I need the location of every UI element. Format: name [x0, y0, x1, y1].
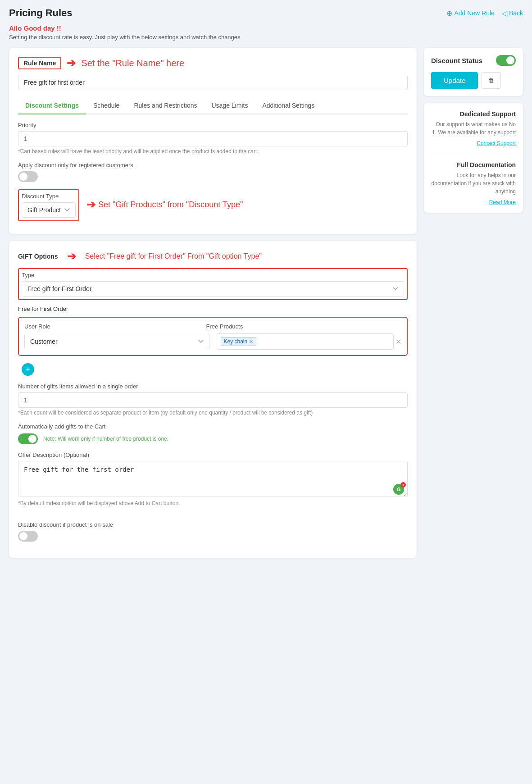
rule-name-card: Rule Name ➔ Set the "Rule Name" here Dis…: [9, 48, 417, 234]
type-box: Type Free gift for First Order Any Order…: [18, 268, 408, 300]
discount-type-arrow: ➔: [86, 198, 95, 211]
user-role-header: User Role: [24, 323, 199, 330]
priority-input[interactable]: [18, 131, 408, 146]
back-button[interactable]: ◁ Back: [502, 9, 523, 18]
priority-label: Priority: [18, 122, 408, 128]
disable-sale-label: Disable discount if product is on sale: [18, 521, 408, 528]
gift-options-arrow: ➔: [67, 250, 76, 263]
back-circle-icon: ◁: [502, 9, 507, 18]
offer-desc-note: *By default mdescription will be display…: [18, 500, 408, 506]
delete-button[interactable]: 🗑: [482, 72, 501, 89]
tab-discount-settings[interactable]: Discount Settings: [18, 97, 86, 114]
dedicated-support-text: Our support is what makes us No 1. We ar…: [431, 120, 516, 137]
rule-name-instruction: Set the "Rule Name" here: [81, 58, 184, 68]
priority-note: *Cart based rules will have the least pr…: [18, 148, 408, 155]
read-more-link[interactable]: Read More: [489, 199, 516, 205]
update-button[interactable]: Update: [431, 72, 478, 89]
discount-type-instruction: Set "Gift Products" from "Discount Type": [98, 200, 243, 210]
info-icon[interactable]: ✕: [396, 337, 401, 346]
offer-desc-textarea[interactable]: Free gift for the first order: [18, 461, 408, 497]
rule-name-input[interactable]: [18, 75, 408, 90]
free-product-tag: Key chain ✕: [221, 337, 257, 346]
full-doc-title: Full Documentation: [431, 161, 516, 169]
auto-add-slider: [18, 433, 38, 444]
discount-type-box: Discount Type Gift Product Percentage Fi…: [18, 189, 79, 221]
add-row-button[interactable]: +: [22, 363, 34, 376]
gift-options-title: GIFT Options: [18, 253, 58, 260]
greeting-text: Allo Good day !!: [9, 24, 523, 32]
add-new-rule-button[interactable]: ⊕ Add New Rule: [446, 9, 495, 18]
discount-status-card: Discount Status Update 🗑: [424, 48, 523, 96]
tab-rules-restrictions[interactable]: Rules and Restrictions: [127, 97, 204, 114]
auto-add-toggle[interactable]: [18, 433, 38, 444]
tab-additional-settings[interactable]: Additional Settings: [255, 97, 322, 114]
discount-status-slider: [496, 55, 516, 66]
free-products-header: Free Products: [206, 323, 381, 330]
dedicated-support-title: Dedicated Support: [431, 110, 516, 118]
gift-type-select[interactable]: Free gift for First Order Any Order Spec…: [22, 281, 404, 296]
plus-circle-icon: ⊕: [446, 9, 452, 18]
discount-tabs: Discount Settings Schedule Rules and Res…: [18, 97, 408, 114]
tag-remove-button[interactable]: ✕: [249, 339, 253, 345]
registered-customers-label: Apply discount only for registered custo…: [18, 162, 408, 169]
gift-options-card: GIFT Options ➔ Select "Free gift for Fir…: [9, 241, 417, 558]
grammarly-icon: G 1: [393, 484, 404, 495]
subtitle-text: Setting the discount rate is easy. Just …: [9, 34, 523, 41]
registered-customers-toggle[interactable]: [18, 171, 38, 182]
tab-usage-limits[interactable]: Usage Limits: [204, 97, 255, 114]
user-role-select[interactable]: Customer Administrator Subscriber Guest: [24, 334, 209, 349]
free-first-order-label: Free for First Order: [18, 305, 408, 312]
user-role-free-products-row: User Role Free Products Customer Adminis…: [18, 317, 408, 356]
number-gifts-label: Number of gifts items allowed in a singl…: [18, 383, 408, 390]
disable-sale-toggle[interactable]: [18, 531, 38, 542]
support-card: Dedicated Support Our support is what ma…: [424, 103, 523, 213]
page-title: Pricing Rules: [9, 7, 73, 19]
rule-name-label: Rule Name: [18, 57, 61, 69]
discount-type-select[interactable]: Gift Product Percentage Fixed Amount: [22, 202, 76, 218]
disable-sale-slider: [18, 531, 38, 542]
tab-schedule[interactable]: Schedule: [86, 97, 127, 114]
discount-type-label: Discount Type: [22, 193, 76, 200]
contact-support-link[interactable]: Contact Support: [477, 140, 516, 146]
type-label: Type: [22, 272, 404, 278]
free-products-tag-input[interactable]: Key chain ✕: [217, 333, 394, 350]
trash-icon: 🗑: [488, 77, 494, 84]
number-gifts-input[interactable]: [18, 392, 408, 408]
auto-add-note: Note: Will work only if number of free p…: [43, 436, 168, 442]
rule-name-arrow: ➔: [67, 57, 76, 69]
offer-desc-label: Offer Description (Optional): [18, 451, 408, 458]
discount-status-toggle[interactable]: [496, 55, 516, 66]
full-doc-text: Look for any helps in our documentation …: [431, 171, 516, 196]
gift-instruction: Select "Free gift for First Order" From …: [85, 252, 262, 260]
auto-add-label: Automatically add gifts to the Cart: [18, 423, 408, 430]
discount-status-label: Discount Status: [431, 57, 482, 64]
number-gifts-note: *Each count will be considered as separa…: [18, 410, 408, 416]
registered-customers-slider: [18, 171, 38, 182]
